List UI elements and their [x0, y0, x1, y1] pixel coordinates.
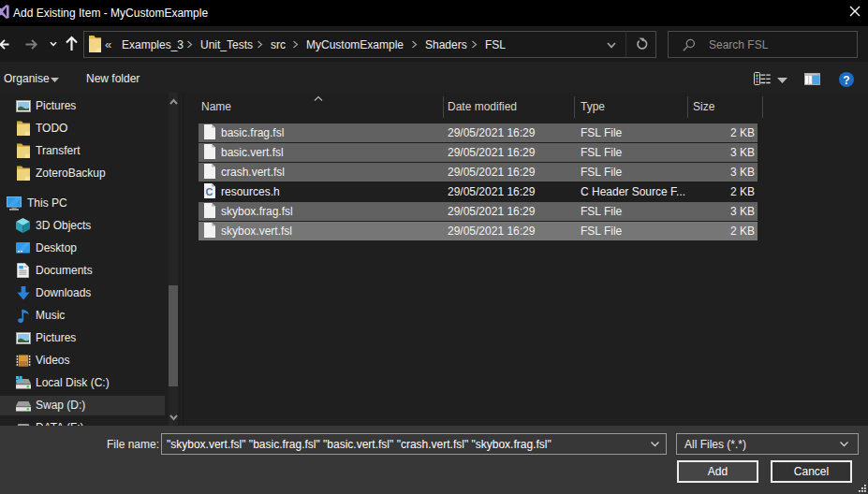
- svg-text:C: C: [206, 186, 213, 197]
- svg-text:?: ?: [843, 74, 849, 87]
